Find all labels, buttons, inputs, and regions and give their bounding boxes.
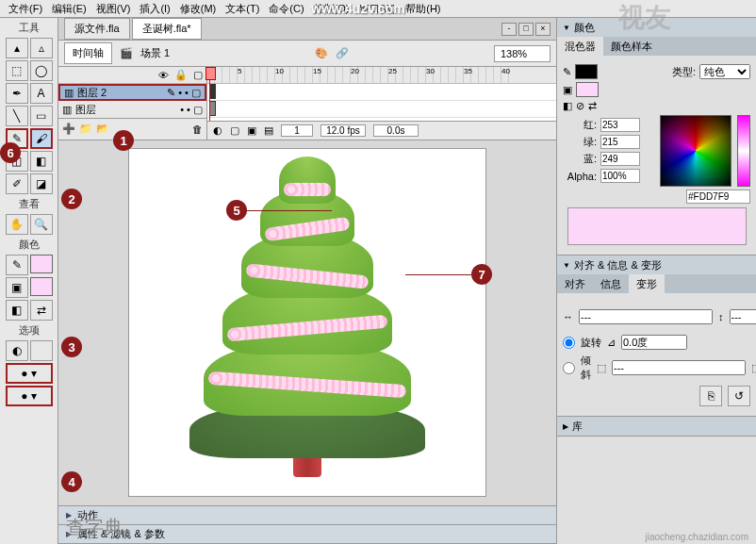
fill-swatch-icon[interactable]: ▣ xyxy=(563,84,572,96)
tool-panel: 工具 ▴ ▵ ⬚ ◯ ✒ A ╲ ▭ ✎ 🖌 ◫ ◧ ✐ ◪ 查看 ✋ 🔍 颜色… xyxy=(0,18,58,544)
menu-commands[interactable]: 命令(C) xyxy=(264,0,308,17)
scene-label[interactable]: 场景 1 xyxy=(140,46,170,60)
edit-symbol-icon[interactable]: 🔗 xyxy=(336,47,349,59)
option-2[interactable] xyxy=(30,340,53,361)
outline-icon[interactable]: ▢ xyxy=(193,69,203,81)
swap-colors-tool[interactable]: ⇄ xyxy=(30,300,53,321)
swap-icon[interactable]: ⇄ xyxy=(588,100,597,112)
rotate-radio[interactable] xyxy=(563,337,575,349)
align-tab[interactable]: 对齐 xyxy=(557,274,593,293)
timeline-toggle-button[interactable]: 时间轴 xyxy=(64,42,112,64)
hex-input[interactable] xyxy=(686,190,750,204)
properties-panel-header[interactable]: 属性 & 滤镜 & 参数 xyxy=(58,525,556,544)
transform-panel-header[interactable]: 对齐 & 信息 & 变形 xyxy=(557,256,756,274)
transform-tab[interactable]: 变形 xyxy=(629,274,665,293)
layer-row-1[interactable]: ▥ 图层 • • ▢ xyxy=(58,101,206,118)
bw-icon[interactable]: ◧ xyxy=(563,100,572,112)
frames-area[interactable]: 1510152025303540 ◐ ▢ ▣ ▤ xyxy=(207,67,556,140)
green-input[interactable] xyxy=(600,135,640,149)
rectangle-tool[interactable]: ▭ xyxy=(30,106,53,126)
line-tool[interactable]: ╲ xyxy=(6,106,28,126)
menu-insert[interactable]: 插入(I) xyxy=(135,0,174,17)
close-icon[interactable]: × xyxy=(535,23,551,36)
zoom-input[interactable] xyxy=(494,45,551,62)
fill-mini-swatch[interactable] xyxy=(576,82,599,97)
menu-view[interactable]: 视图(V) xyxy=(91,0,136,17)
lasso-tool[interactable]: ◯ xyxy=(30,60,53,81)
layer-row-2[interactable]: ▥ 图层 2 ✎ • • ▢ xyxy=(58,84,206,101)
red-input[interactable] xyxy=(600,118,640,132)
brush-shape-option[interactable]: ● ▾ xyxy=(6,386,53,406)
onion-skin-icon[interactable]: ◐ xyxy=(213,124,222,137)
maximize-icon[interactable]: □ xyxy=(518,23,534,36)
skew-h[interactable] xyxy=(612,360,746,375)
fill-color-icon[interactable]: ▣ xyxy=(6,277,28,298)
edit-multiple-icon[interactable]: ▣ xyxy=(247,124,256,137)
text-tool[interactable]: A xyxy=(30,83,53,104)
scene-icon: 🎬 xyxy=(120,47,133,59)
stroke-color-icon[interactable]: ✎ xyxy=(6,255,28,275)
stroke-swatch-icon[interactable]: ✎ xyxy=(563,66,571,78)
selection-tool[interactable]: ▴ xyxy=(6,38,28,58)
doc-tab-tree[interactable]: 圣诞树.fla* xyxy=(132,18,202,40)
onion-skin-outline-icon[interactable]: ▢ xyxy=(230,124,239,137)
pen-tool[interactable]: ✒ xyxy=(6,83,28,104)
brush-tool[interactable]: 🖌 xyxy=(30,128,53,149)
menu-file[interactable]: 文件(F) xyxy=(4,0,47,17)
eraser-tool[interactable]: ◪ xyxy=(30,173,53,194)
footer-source: jiaocheng.chazidian.com xyxy=(645,532,748,542)
lock-icon[interactable]: 🔒 xyxy=(174,69,188,81)
blue-input[interactable] xyxy=(600,152,640,166)
zoom-tool[interactable]: 🔍 xyxy=(30,214,53,235)
menu-help[interactable]: 帮助(H) xyxy=(401,0,445,17)
r-label: 红: xyxy=(563,118,597,132)
frame-ruler: 1510152025303540 xyxy=(207,67,556,84)
mixer-tab[interactable]: 混色器 xyxy=(557,37,603,56)
menu-edit[interactable]: 编辑(E) xyxy=(47,0,91,17)
fill-type-select[interactable]: 纯色 xyxy=(699,64,750,79)
noclr-icon[interactable]: ⊘ xyxy=(576,100,584,112)
scale-w[interactable] xyxy=(579,309,713,324)
modify-markers-icon[interactable]: ▤ xyxy=(264,124,273,137)
bottom-panels: 动作 属性 & 滤镜 & 参数 xyxy=(58,505,556,544)
eye-icon[interactable]: 👁 xyxy=(158,70,169,81)
stage-canvas[interactable] xyxy=(128,148,486,497)
rotate-angle[interactable] xyxy=(621,335,687,350)
reset-transform-button[interactable]: ↺ xyxy=(728,386,750,406)
swatches-tab[interactable]: 颜色样本 xyxy=(603,37,660,56)
subselection-tool[interactable]: ▵ xyxy=(30,38,53,58)
hand-tool[interactable]: ✋ xyxy=(6,214,28,235)
menu-modify[interactable]: 修改(M) xyxy=(175,0,222,17)
playhead[interactable] xyxy=(209,67,210,124)
fps-display[interactable] xyxy=(320,124,366,137)
menu-text[interactable]: 文本(T) xyxy=(221,0,264,17)
stroke-mini-swatch[interactable] xyxy=(575,64,598,79)
free-transform-tool[interactable]: ⬚ xyxy=(6,60,28,81)
hue-slider[interactable] xyxy=(737,115,750,187)
edit-scene-icon[interactable]: 🎨 xyxy=(315,47,328,59)
add-guide-icon[interactable]: 📁 xyxy=(79,123,92,135)
doc-tab-source[interactable]: 源文件.fla xyxy=(64,18,130,40)
skew-radio[interactable] xyxy=(563,362,575,374)
paint-bucket-tool[interactable]: ◧ xyxy=(30,151,53,172)
minimize-icon[interactable]: - xyxy=(501,23,517,36)
layer-name: 图层 xyxy=(75,103,96,117)
copy-transform-button[interactable]: ⎘ xyxy=(699,386,722,406)
current-frame[interactable] xyxy=(281,124,313,137)
watermark-brand: 视友 xyxy=(618,0,671,36)
library-panel-header[interactable]: 库 xyxy=(557,417,756,436)
black-white-tool[interactable]: ◧ xyxy=(6,300,28,321)
stroke-color-swatch[interactable] xyxy=(30,255,53,273)
color-picker[interactable] xyxy=(660,115,731,187)
delete-layer-icon[interactable]: 🗑 xyxy=(192,124,203,135)
brush-size-option[interactable]: ● ▾ xyxy=(6,363,53,384)
option-1[interactable]: ◐ xyxy=(6,340,28,361)
info-tab[interactable]: 信息 xyxy=(593,274,629,293)
eyedropper-tool[interactable]: ✐ xyxy=(6,173,28,194)
fill-color-swatch[interactable] xyxy=(30,277,53,296)
alpha-input[interactable] xyxy=(600,169,640,183)
add-layer-icon[interactable]: ➕ xyxy=(62,123,75,135)
add-folder-icon[interactable]: 📂 xyxy=(96,123,109,135)
actions-panel-header[interactable]: 动作 xyxy=(58,506,556,525)
scale-h[interactable] xyxy=(730,309,757,324)
